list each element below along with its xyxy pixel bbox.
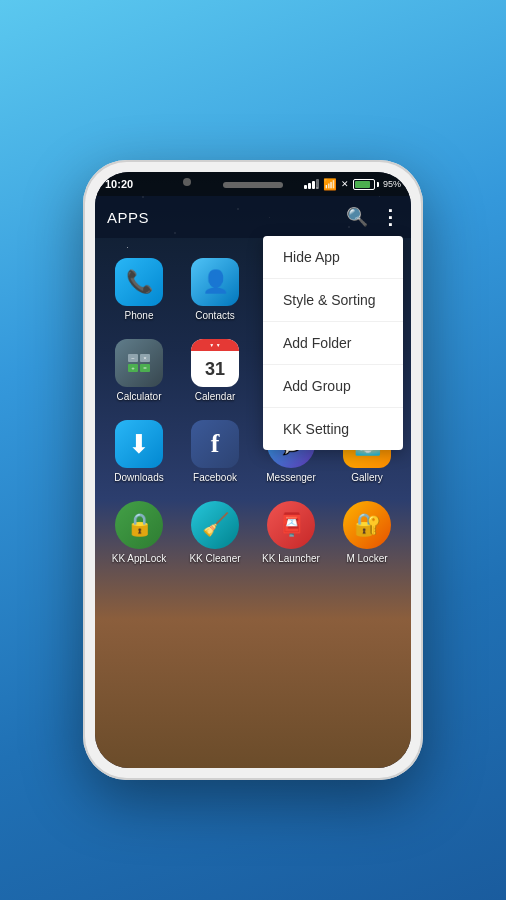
calendar-label: Calendar bbox=[195, 391, 236, 402]
calculator-icon: − × + = bbox=[115, 339, 163, 387]
gallery-label: Gallery bbox=[351, 472, 383, 483]
cleaner-label: KK Cleaner bbox=[189, 553, 240, 564]
phone-screen: 10:20 📶 ✕ bbox=[95, 172, 411, 768]
app-item-calculator[interactable]: − × + = Calculator bbox=[101, 329, 177, 410]
app-bar-icons: 🔍 ⋮ bbox=[346, 205, 399, 229]
signal-x-icon: ✕ bbox=[341, 179, 349, 189]
app-item-cleaner[interactable]: 🧹 KK Cleaner bbox=[177, 491, 253, 572]
app-bar-title: APPS bbox=[107, 209, 149, 226]
signal-icon bbox=[304, 179, 319, 189]
downloads-icon: ⬇ bbox=[115, 420, 163, 468]
launcher-icon: 📮 bbox=[267, 501, 315, 549]
battery-icon bbox=[353, 179, 379, 190]
status-time: 10:20 bbox=[105, 178, 133, 190]
app-item-contacts[interactable]: 👤 Contacts bbox=[177, 248, 253, 329]
status-bar: 10:20 📶 ✕ bbox=[95, 172, 411, 196]
app-item-downloads[interactable]: ⬇ Downloads bbox=[101, 410, 177, 491]
dropdown-add-group[interactable]: Add Group bbox=[263, 365, 403, 408]
battery-percent: 95% bbox=[383, 179, 401, 189]
phone-icon: 📞 bbox=[115, 258, 163, 306]
more-options-button[interactable]: ⋮ bbox=[380, 205, 399, 229]
app-bar: APPS 🔍 ⋮ bbox=[95, 196, 411, 238]
phone-mockup: 10:20 📶 ✕ bbox=[83, 160, 423, 780]
app-item-facebook[interactable]: f Facebook bbox=[177, 410, 253, 491]
launcher-label: KK Launcher bbox=[262, 553, 320, 564]
app-item-mlocker[interactable]: 🔐 M Locker bbox=[329, 491, 405, 572]
app-item-applock[interactable]: 🔒 KK AppLock bbox=[101, 491, 177, 572]
applock-icon: 🔒 bbox=[115, 501, 163, 549]
dropdown-menu: Hide App Style & Sorting Add Folder Add … bbox=[263, 236, 403, 450]
wifi-icon: 📶 bbox=[323, 178, 337, 191]
facebook-label: Facebook bbox=[193, 472, 237, 483]
cleaner-icon: 🧹 bbox=[191, 501, 239, 549]
dropdown-add-folder[interactable]: Add Folder bbox=[263, 322, 403, 365]
mlocker-label: M Locker bbox=[346, 553, 387, 564]
dropdown-style-sorting[interactable]: Style & Sorting bbox=[263, 279, 403, 322]
applock-label: KK AppLock bbox=[112, 553, 166, 564]
contacts-label: Contacts bbox=[195, 310, 234, 321]
app-item-phone[interactable]: 📞 Phone bbox=[101, 248, 177, 329]
dropdown-hide-app[interactable]: Hide App bbox=[263, 236, 403, 279]
phone-label: Phone bbox=[125, 310, 154, 321]
app-item-calendar[interactable]: ▼ ▼ 31 Calendar bbox=[177, 329, 253, 410]
status-icons: 📶 ✕ 95% bbox=[304, 178, 401, 191]
search-button[interactable]: 🔍 bbox=[346, 206, 368, 228]
downloads-label: Downloads bbox=[114, 472, 163, 483]
dropdown-kk-setting[interactable]: KK Setting bbox=[263, 408, 403, 450]
messenger-label: Messenger bbox=[266, 472, 315, 483]
mlocker-icon: 🔐 bbox=[343, 501, 391, 549]
facebook-icon: f bbox=[191, 420, 239, 468]
contacts-icon: 👤 bbox=[191, 258, 239, 306]
calendar-header: ▼ ▼ bbox=[191, 339, 239, 351]
calendar-icon: ▼ ▼ 31 bbox=[191, 339, 239, 387]
calendar-date: 31 bbox=[205, 351, 225, 387]
app-item-launcher[interactable]: 📮 KK Launcher bbox=[253, 491, 329, 572]
calculator-label: Calculator bbox=[116, 391, 161, 402]
